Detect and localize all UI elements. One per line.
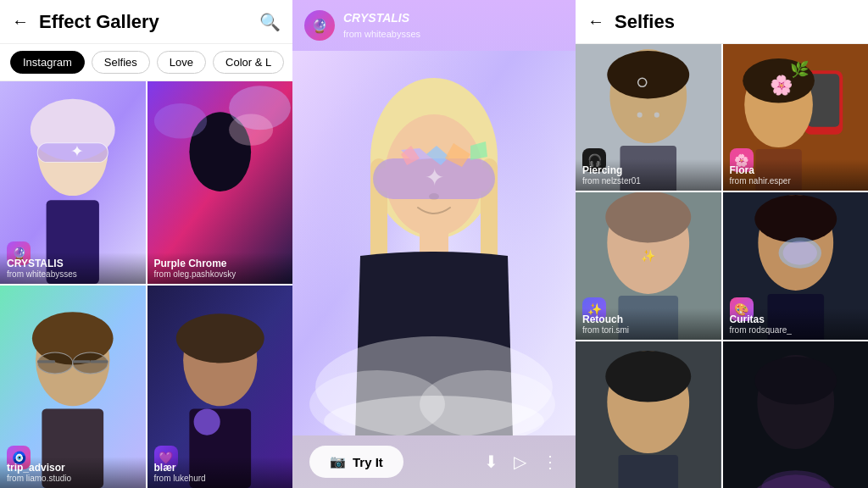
svg-point-69	[754, 195, 837, 242]
right-panel-title: Selfies	[615, 11, 675, 33]
right-header: ← Selfies	[576, 0, 868, 44]
more-options-icon[interactable]: ⋮	[542, 452, 559, 472]
selfie-author: from nelzster01	[582, 176, 715, 186]
selfie-info-retouch: Retouch from tori.smi	[576, 308, 721, 340]
svg-point-41	[429, 193, 439, 200]
center-title-block: CRYSTALIS from whiteabysses	[343, 10, 420, 41]
try-it-button[interactable]: 📷 Try It	[309, 446, 403, 478]
effect-info-trip-advisor: trip_advisor from liamo.studio	[0, 457, 146, 488]
selfie-info-curitas: Curitas from rodsquare_	[723, 308, 869, 340]
effect-name: CRYSTALIS	[7, 258, 139, 269]
back-arrow-icon[interactable]: ←	[12, 12, 29, 31]
center-image-area: ✦	[292, 51, 576, 435]
effects-grid: ✦ 🔮 CRYSTALIS from whiteabysses	[0, 81, 292, 488]
svg-rect-17	[73, 360, 91, 363]
svg-point-75	[605, 351, 691, 402]
download-icon[interactable]: ⬇	[484, 452, 498, 472]
svg-point-71	[782, 241, 816, 265]
tab-color[interactable]: Color & L	[213, 51, 284, 74]
effect-item-purple-chrome[interactable]: Purple Chrome from oleg.pashkovsky	[147, 81, 293, 284]
selfie-item-flora[interactable]: 🌸 🌿 🌸 Flora from nahir.esper	[723, 44, 869, 191]
left-header: ← Effect Gallery 🔍	[0, 0, 292, 44]
svg-text:🌿: 🌿	[790, 60, 810, 79]
right-back-arrow-icon[interactable]: ←	[587, 12, 604, 31]
svg-point-51	[637, 113, 643, 118]
selfie-author: from nahir.esper	[730, 176, 862, 186]
selfie-name: Curitas	[730, 313, 862, 325]
svg-rect-19	[91, 360, 108, 363]
svg-point-10	[153, 103, 206, 139]
left-panel: ← Effect Gallery 🔍 Instagram Selfies Lov…	[0, 0, 292, 488]
effect-info-purple-chrome: Purple Chrome from oleg.pashkovsky	[147, 252, 293, 284]
selfie-name: Retouch	[582, 313, 715, 325]
svg-point-64	[605, 192, 691, 242]
selfie-item-6[interactable]	[723, 341, 869, 488]
effect-author: from lukehurd	[154, 474, 287, 483]
svg-text:✨: ✨	[641, 248, 656, 263]
svg-point-11	[229, 114, 273, 145]
camera-icon: 📷	[330, 454, 346, 469]
selfie-item-curitas[interactable]: 🎨 Curitas from rodsquare_	[723, 192, 869, 339]
selfie-item-5[interactable]	[576, 341, 721, 488]
selfies-grid: 🎧 Piercing from nelzster01 🌸 🌿	[576, 44, 868, 488]
tab-love[interactable]: Love	[157, 51, 206, 74]
center-effect-name: CRYSTALIS	[343, 11, 409, 25]
svg-rect-76	[618, 455, 678, 488]
svg-rect-18	[37, 360, 55, 363]
svg-point-23	[175, 313, 264, 363]
effect-item-trip-advisor[interactable]: 🧿 trip_advisor from liamo.studio	[0, 286, 146, 488]
effect-author: from oleg.pashkovsky	[154, 269, 287, 279]
selfie-name: Flora	[730, 164, 862, 176]
svg-point-25	[193, 408, 220, 435]
left-header-left: ← Effect Gallery	[12, 11, 159, 33]
svg-text:✦: ✦	[425, 164, 444, 191]
effect-name: blær	[154, 462, 287, 474]
effect-name: Purple Chrome	[154, 258, 287, 269]
svg-point-52	[654, 113, 659, 118]
left-panel-title: Effect Gallery	[39, 11, 159, 33]
effect-name: trip_advisor	[7, 462, 139, 474]
selfie-info-flora: Flora from nahir.esper	[723, 159, 869, 191]
selfie-author: from rodsquare_	[730, 325, 862, 335]
svg-point-49	[607, 51, 689, 98]
filter-tabs: Instagram Selfies Love Color & L	[0, 44, 292, 81]
right-panel: ← Selfies 🎧 Piercing from nelzster01	[576, 0, 868, 488]
bottom-icons: ⬇ ▷ ⋮	[484, 452, 559, 472]
svg-point-79	[754, 357, 837, 404]
effect-info-blaer: blær from lukehurd	[147, 457, 293, 488]
effect-item-crystalis[interactable]: ✦ 🔮 CRYSTALIS from whiteabysses	[0, 81, 146, 284]
try-it-label: Try It	[353, 455, 383, 469]
selfie-author: from tori.smi	[582, 325, 715, 335]
center-header: 🔮 CRYSTALIS from whiteabysses	[292, 0, 576, 51]
center-effect-author: from whiteabysses	[343, 29, 420, 39]
selfie-info-piercing: Piercing from nelzster01	[576, 159, 721, 191]
tab-instagram[interactable]: Instagram	[10, 51, 85, 74]
svg-text:✦: ✦	[70, 142, 84, 160]
center-panel: 🔮 CRYSTALIS from whiteabysses	[292, 0, 576, 488]
tab-selfies[interactable]: Selfies	[92, 51, 150, 74]
selfie-name: Piercing	[582, 164, 715, 176]
effect-author: from whiteabysses	[7, 269, 139, 279]
effect-author: from liamo.studio	[7, 474, 139, 483]
center-avatar: 🔮	[304, 10, 335, 41]
selfie-item-piercing[interactable]: 🎧 Piercing from nelzster01	[576, 44, 721, 191]
effect-info-crystalis: CRYSTALIS from whiteabysses	[0, 252, 146, 284]
share-icon[interactable]: ▷	[514, 452, 526, 472]
selfie-item-retouch[interactable]: ✨ ✨ Retouch from tori.smi	[576, 192, 721, 339]
center-bottom-bar: 📷 Try It ⬇ ▷ ⋮	[292, 435, 576, 488]
effect-item-blaer[interactable]: 💜 blær from lukehurd	[147, 286, 293, 488]
search-icon[interactable]: 🔍	[259, 12, 281, 32]
